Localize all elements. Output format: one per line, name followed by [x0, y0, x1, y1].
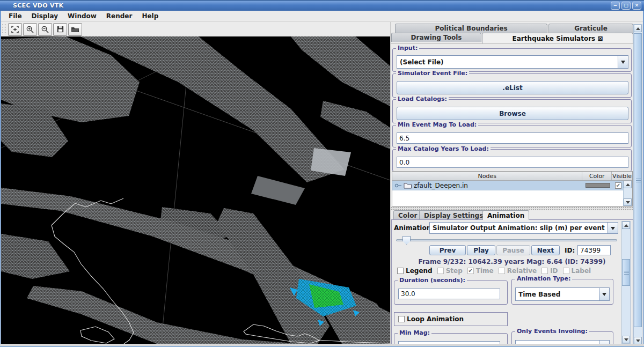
menu-render[interactable]: Render: [101, 11, 137, 21]
window-bottom-border: [0, 344, 644, 347]
relative-checkbox: [499, 268, 505, 274]
node-name: zfault_Deepen.in: [414, 182, 468, 189]
next-button[interactable]: Next: [531, 245, 560, 255]
menu-display[interactable]: Display: [27, 11, 63, 21]
legend-checkbox[interactable]: [397, 268, 404, 274]
scrollbar-thumb[interactable]: [634, 33, 642, 327]
scroll-down-icon[interactable]: [624, 198, 632, 206]
display-option-checkboxes: Legend Step Time Relative ID Label: [397, 267, 591, 275]
frame-status-text: Frame 9/232: 10642.39 years Mag: 6.64 (I…: [399, 258, 625, 265]
tab-label: Animation: [487, 212, 524, 219]
simulators-panel-body: Input: (Select File) Simulator Event Fil…: [391, 43, 634, 344]
pause-button: Pause: [496, 245, 530, 255]
tab-political-boundaries[interactable]: Political Boundaries: [395, 24, 547, 33]
main-toolbar: [1, 22, 390, 36]
tab-display-settings[interactable]: Display Settings: [419, 210, 488, 220]
dropdown-arrow-icon[interactable]: [599, 288, 609, 300]
menubar: File Display Window Render Help: [1, 11, 643, 22]
zoom-out-icon[interactable]: [38, 23, 52, 36]
minimize-icon[interactable]: −: [611, 2, 620, 10]
panel-scrollbar[interactable]: [633, 24, 642, 345]
zoom-out-glyph: [41, 25, 49, 34]
tree-expand-icon[interactable]: [394, 182, 402, 189]
load-catalogs-group: Load Catalogs: Browse: [392, 99, 632, 123]
close-icon[interactable]: ✕: [632, 2, 641, 10]
viewport-3d[interactable]: [1, 36, 390, 344]
prev-button[interactable]: Prev: [429, 245, 466, 255]
dropdown-arrow-icon[interactable]: [618, 56, 628, 68]
pause-button-label: Pause: [502, 247, 524, 254]
tab-close-icon[interactable]: ⊠: [597, 35, 603, 42]
menu-file[interactable]: File: [4, 11, 27, 21]
duration-group-label: Duration (seconds):: [398, 277, 467, 284]
tab-color[interactable]: Color: [393, 210, 422, 220]
scroll-down-icon[interactable]: [634, 337, 642, 344]
input-file-select[interactable]: (Select File): [397, 55, 628, 69]
tab-label: Color: [398, 212, 417, 219]
node-color-swatch[interactable]: [586, 183, 610, 188]
play-button[interactable]: Play: [467, 245, 495, 255]
browse-button[interactable]: Browse: [397, 107, 628, 120]
animation-content-scrollbar[interactable]: [621, 221, 631, 344]
duration-group: Duration (seconds):: [394, 280, 508, 305]
header-visible[interactable]: Visible: [612, 172, 632, 180]
step-checkbox: [437, 268, 444, 274]
header-nodes[interactable]: Nodes: [392, 172, 582, 180]
reset-view-icon[interactable]: [8, 23, 22, 36]
frame-slider-thumb[interactable]: [402, 236, 411, 245]
step-checkbox-label: Step: [446, 267, 463, 275]
animation-label: Animation:: [394, 224, 434, 232]
relative-checkbox-label: Relative: [507, 267, 537, 275]
reset-view-glyph: [11, 25, 19, 34]
maximize-icon[interactable]: ▢: [621, 2, 631, 10]
open-folder-icon[interactable]: [68, 23, 82, 36]
tab-label: Drawing Tools: [411, 34, 462, 41]
tab-graticule[interactable]: Graticule: [548, 24, 633, 33]
scroll-up-icon[interactable]: [634, 25, 642, 32]
max-catalog-years-group: Max Catalog Years To Load:: [392, 149, 632, 172]
animation-tab-content: Animation: Simulator Output Animation: s…: [391, 219, 633, 344]
toolbar-drag-handle[interactable]: [2, 24, 6, 35]
save-icon[interactable]: [53, 23, 67, 36]
zoom-in-icon[interactable]: [23, 23, 37, 36]
loop-animation-checkbox[interactable]: [398, 316, 405, 322]
tab-animation[interactable]: Animation: [482, 210, 529, 220]
input-group: Input: (Select File): [392, 48, 632, 72]
min-event-mag-field[interactable]: [397, 132, 628, 144]
dropdown-arrow-icon[interactable]: [608, 223, 618, 233]
tab-label: Political Boundaries: [435, 25, 507, 32]
window-title: SCEC VDO VTK: [13, 2, 63, 9]
frame-slider-track[interactable]: [396, 239, 617, 241]
max-catalog-years-field[interactable]: [397, 157, 628, 168]
menu-window[interactable]: Window: [63, 11, 101, 21]
time-checkbox-label: Time: [476, 267, 494, 275]
play-button-label: Play: [473, 247, 488, 254]
only-events-group: Only Events Involing: nn0_0402: [511, 331, 613, 344]
min-mag-group: Min Mag:: [394, 333, 508, 344]
id-checkbox-label: ID: [550, 267, 558, 275]
zoom-in-glyph: [26, 25, 34, 34]
prev-button-label: Prev: [440, 247, 456, 254]
input-group-label: Input:: [396, 45, 419, 51]
scroll-down-icon[interactable]: [622, 336, 630, 343]
table-row[interactable]: zfault_Deepen.in: [392, 181, 632, 190]
input-file-value: (Select File): [400, 58, 444, 66]
nodes-table-scrollbar[interactable]: [623, 181, 632, 206]
scroll-up-icon[interactable]: [622, 222, 630, 229]
titlebar[interactable]: SCEC VDO VTK − ▢ ✕: [0, 0, 644, 11]
header-color[interactable]: Color: [582, 172, 612, 180]
animation-select[interactable]: Simulator Output Animation: slip (m) per…: [429, 222, 618, 234]
scrollbar-thumb[interactable]: [622, 259, 630, 286]
menu-help[interactable]: Help: [137, 11, 163, 21]
tab-label: Display Settings: [424, 212, 483, 219]
elist-button[interactable]: .eList: [397, 81, 628, 94]
node-visible-checkbox[interactable]: [615, 182, 621, 189]
elist-button-label: .eList: [502, 84, 522, 92]
horizontal-splitter[interactable]: [391, 206, 634, 210]
event-id-field[interactable]: [577, 245, 611, 255]
scroll-up-icon[interactable]: [624, 181, 632, 188]
tab-earthquake-simulators[interactable]: Earthquake Simulators ⊠: [482, 33, 633, 43]
duration-field[interactable]: [398, 289, 500, 299]
tab-drawing-tools[interactable]: Drawing Tools: [391, 33, 481, 42]
animation-type-select[interactable]: Time Based: [515, 287, 610, 301]
